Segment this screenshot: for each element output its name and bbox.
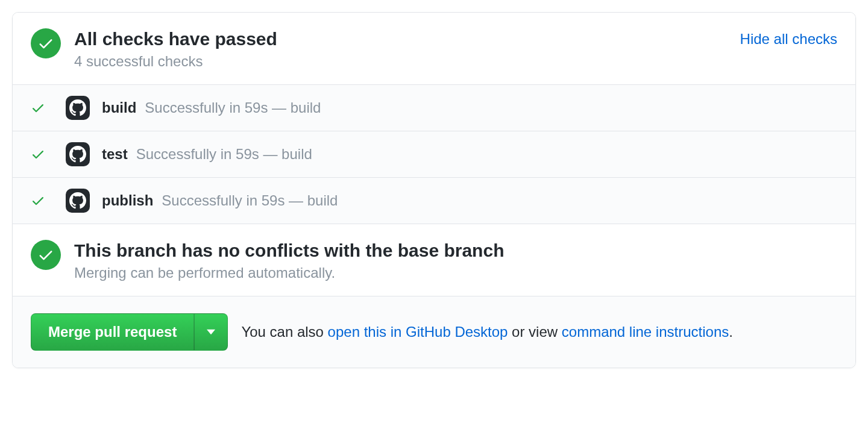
check-detail: Successfully in 59s — build <box>162 192 338 209</box>
merge-footer-text: You can also open this in GitHub Desktop… <box>241 324 733 340</box>
hide-checks-link[interactable]: Hide all checks <box>740 31 837 48</box>
check-text: test Successfully in 59s — build <box>102 146 312 163</box>
success-circle-icon <box>31 28 61 58</box>
merge-pr-button[interactable]: Merge pull request <box>31 313 194 351</box>
success-circle-icon <box>31 240 61 270</box>
merge-footer: Merge pull request You can also open thi… <box>13 296 855 368</box>
checks-title: All checks have passed <box>74 27 837 51</box>
check-name: publish <box>102 192 153 209</box>
conflicts-summary-header: This branch has no conflicts with the ba… <box>13 224 855 296</box>
check-text: publish Successfully in 59s — build <box>102 192 338 209</box>
check-row[interactable]: build Successfully in 59s — build <box>13 85 855 131</box>
github-logo-icon <box>69 146 86 163</box>
caret-down-icon <box>207 329 215 335</box>
footer-suffix: . <box>729 324 733 340</box>
checkmark-icon <box>31 147 45 161</box>
footer-prefix: You can also <box>241 324 327 340</box>
checks-subtitle: 4 successful checks <box>74 53 837 70</box>
check-detail: Successfully in 59s — build <box>136 146 312 163</box>
checks-header-text: All checks have passed 4 successful chec… <box>74 27 837 70</box>
merge-button-group: Merge pull request <box>31 313 228 351</box>
check-success-icon <box>31 101 45 115</box>
checkmark-icon <box>31 193 45 208</box>
github-logo-icon <box>69 99 86 116</box>
check-row[interactable]: publish Successfully in 59s — build <box>13 178 855 224</box>
check-name: test <box>102 146 128 163</box>
open-desktop-link[interactable]: open this in GitHub Desktop <box>328 324 508 340</box>
check-row[interactable]: test Successfully in 59s — build <box>13 131 855 178</box>
check-success-icon <box>31 147 45 161</box>
github-logo-icon <box>69 192 86 209</box>
conflicts-subtitle: Merging can be performed automatically. <box>74 265 837 281</box>
check-success-icon <box>31 193 45 208</box>
conflicts-header-text: This branch has no conflicts with the ba… <box>74 239 837 281</box>
github-avatar-icon <box>66 142 90 166</box>
check-name: build <box>102 99 136 116</box>
conflicts-title: This branch has no conflicts with the ba… <box>74 239 837 262</box>
merge-status-panel: All checks have passed 4 successful chec… <box>12 12 856 368</box>
checks-list: build Successfully in 59s — build test S… <box>13 84 855 224</box>
cli-instructions-link[interactable]: command line instructions <box>562 324 729 340</box>
checks-summary-header: All checks have passed 4 successful chec… <box>13 13 855 84</box>
checkmark-icon <box>37 246 54 263</box>
checkmark-icon <box>37 35 54 52</box>
github-avatar-icon <box>66 96 90 120</box>
check-text: build Successfully in 59s — build <box>102 99 321 116</box>
github-avatar-icon <box>66 189 90 213</box>
merge-method-dropdown[interactable] <box>194 313 228 351</box>
check-detail: Successfully in 59s — build <box>145 99 321 116</box>
footer-middle: or view <box>508 324 561 340</box>
checkmark-icon <box>31 101 45 115</box>
